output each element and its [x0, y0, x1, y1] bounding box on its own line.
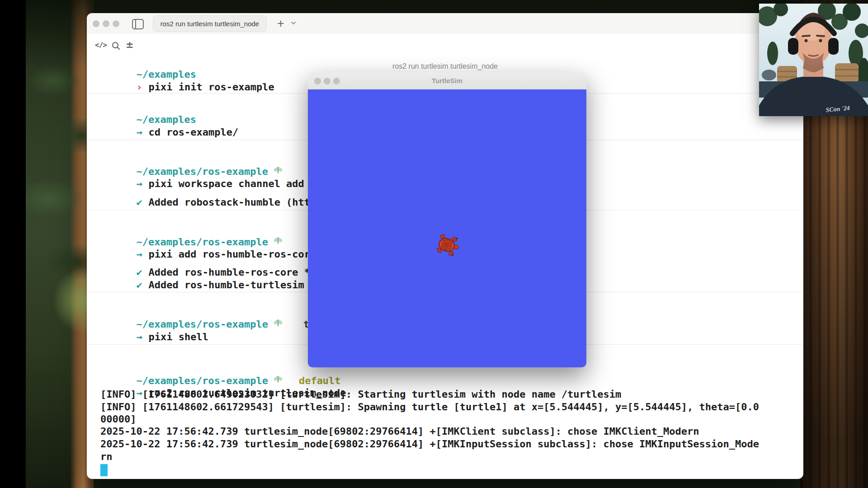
prompt-icon: ›	[136, 81, 148, 93]
cwd-header: ~/examples/ros-example	[100, 225, 283, 237]
tab-list-chevron-icon[interactable]	[290, 20, 297, 26]
command-text: pixi init ros-example	[148, 81, 274, 93]
command-line[interactable]: →cd ros-example/	[100, 115, 238, 128]
zoom-window-button[interactable]	[113, 20, 119, 27]
minimize-window-button[interactable]	[103, 20, 109, 27]
fairy-icon	[273, 318, 283, 329]
webcam-video: SCon '24	[759, 4, 868, 116]
command-line[interactable]: →pixi workspace channel add robos	[100, 167, 340, 179]
terminal-tab-bar: ros2 run turtlesim turtlesim_node +	[87, 13, 803, 34]
command-text: cd ros-example/	[148, 127, 238, 138]
code-blocks-icon[interactable]: </>	[95, 41, 107, 49]
cwd-header: ~/examples/ros-exampletook 3	[100, 307, 339, 319]
output-line: ✔Added robostack-humble (https:/	[100, 185, 334, 198]
output-text: Added robostack-humble (https:/	[148, 197, 334, 208]
cwd-header: ~/examples/ros-example	[100, 154, 283, 167]
desktop: ros2 run turtlesim turtlesim_node + </> …	[0, 0, 868, 488]
search-icon[interactable]	[111, 41, 121, 51]
log-line: rn	[100, 451, 113, 464]
webcam-overlay: SCon '24	[759, 4, 868, 116]
command-line[interactable]: →ros2 run turtlesim turtlesim_node	[100, 376, 346, 389]
log-line: [INFO] [1761148602.649023032] [turtlesim…	[100, 389, 621, 401]
check-icon: ✔	[136, 279, 148, 291]
turtlesim-title-bar[interactable]: TurtleSim	[308, 72, 586, 89]
log-line: 2025-10-22 17:56:42.739 turtlesim_node[6…	[100, 426, 699, 438]
prompt-arrow-icon: →	[136, 331, 148, 343]
turtlesim-canvas[interactable]	[308, 89, 586, 367]
command-line[interactable]: →pixi add ros-humble-ros-core ros	[100, 237, 340, 250]
terminal-tab-label: ros2 run turtlesim turtlesim_node	[160, 20, 259, 28]
font-size-icon[interactable]: ±	[126, 39, 134, 50]
new-tab-button[interactable]: +	[273, 15, 288, 32]
turtlesim-window[interactable]: TurtleSim	[308, 72, 586, 367]
cwd-header: ~/examples	[100, 57, 196, 70]
sidebar-toggle-icon[interactable]	[132, 19, 144, 29]
log-line: [INFO] [1761148602.661729543] [turtlesim…	[100, 401, 759, 414]
terminal-header: </> ± ros2 run turtlesim turtlesim_node	[87, 34, 803, 56]
check-icon: ✔	[136, 197, 148, 208]
turtlesim-window-title: TurtleSim	[308, 72, 586, 89]
terminal-cursor	[100, 464, 108, 476]
command-line[interactable]: ›pixi init ros-example	[100, 70, 274, 83]
output-line: ✔Added ros-humble-ros-core *	[100, 255, 310, 268]
output-text: Added ros-humble-turtlesim *	[148, 279, 316, 291]
terminal-tab[interactable]: ros2 run turtlesim turtlesim_node	[153, 15, 267, 32]
cwd-header: ~/examples/ros-exampledefault	[100, 363, 341, 376]
log-line: 00000]	[100, 413, 136, 426]
close-window-button[interactable]	[93, 20, 99, 27]
log-line: 2025-10-22 17:56:42.739 turtlesim_node[6…	[100, 438, 759, 451]
prompt-arrow-icon: →	[136, 127, 148, 138]
command-text: pixi shell	[148, 331, 208, 343]
output-line: ✔Added ros-humble-turtlesim *	[100, 268, 316, 281]
cwd-header: ~/examples	[100, 103, 196, 115]
command-line[interactable]: →pixi shell	[100, 320, 208, 333]
turtle-sprite	[435, 234, 459, 256]
